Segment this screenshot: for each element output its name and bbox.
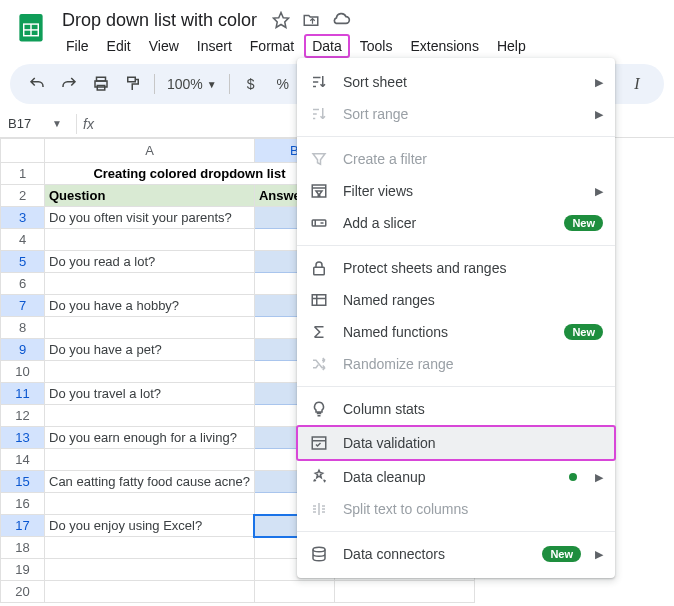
row-header-10[interactable]: 10: [1, 361, 45, 383]
cell-a-3[interactable]: Do you often visit your parents?: [45, 207, 255, 229]
italic-button[interactable]: I: [622, 70, 652, 98]
name-box[interactable]: B17 ▼: [0, 116, 70, 131]
row-header-8[interactable]: 8: [1, 317, 45, 339]
submenu-arrow-icon: ▶: [595, 548, 603, 561]
cell-a-6[interactable]: [45, 273, 255, 295]
sheets-logo[interactable]: [12, 8, 50, 46]
menu-separator: [297, 245, 615, 246]
menu-item-label: Create a filter: [343, 151, 603, 167]
row-header-11[interactable]: 11: [1, 383, 45, 405]
cell-a-10[interactable]: [45, 361, 255, 383]
menu-item-filter-views[interactable]: Filter views▶: [297, 175, 615, 207]
menu-item-data-connectors[interactable]: Data connectorsNew▶: [297, 538, 615, 570]
col-header-A[interactable]: A: [45, 139, 255, 163]
cloud-icon[interactable]: [331, 10, 351, 30]
menu-item-randomize-range: Randomize range: [297, 348, 615, 380]
move-icon[interactable]: [301, 10, 321, 30]
menu-item-create-a-filter: Create a filter: [297, 143, 615, 175]
doc-title[interactable]: Drop down list with color: [58, 8, 261, 33]
menu-item-label: Randomize range: [343, 356, 603, 372]
name-box-value: B17: [8, 116, 31, 131]
menu-data[interactable]: Data: [304, 34, 350, 58]
sort-range-icon: [309, 104, 329, 124]
menu-edit[interactable]: Edit: [99, 34, 139, 58]
menu-item-label: Data connectors: [343, 546, 528, 562]
menu-item-sort-sheet[interactable]: Sort sheet▶: [297, 66, 615, 98]
menu-item-add-a-slicer[interactable]: Add a slicerNew: [297, 207, 615, 239]
menu-item-label: Sort sheet: [343, 74, 581, 90]
cell-a-8[interactable]: [45, 317, 255, 339]
slicer-icon: [309, 213, 329, 233]
row-header-15[interactable]: 15: [1, 471, 45, 493]
percent-button[interactable]: %: [268, 70, 298, 98]
row-header-6[interactable]: 6: [1, 273, 45, 295]
row-header-5[interactable]: 5: [1, 251, 45, 273]
cell-a-12[interactable]: [45, 405, 255, 427]
menu-item-label: Split text to columns: [343, 501, 603, 517]
cell-a-11[interactable]: Do you travel a lot?: [45, 383, 255, 405]
menu-view[interactable]: View: [141, 34, 187, 58]
menu-item-column-stats[interactable]: Column stats: [297, 393, 615, 425]
svg-rect-13: [312, 437, 326, 449]
row-header-18[interactable]: 18: [1, 537, 45, 559]
row-header-13[interactable]: 13: [1, 427, 45, 449]
named-ranges-icon: [309, 290, 329, 310]
cell-a-19[interactable]: [45, 559, 255, 581]
lock-icon: [309, 258, 329, 278]
paint-format-button[interactable]: [118, 70, 148, 98]
svg-rect-12: [312, 295, 326, 306]
cell-a-15[interactable]: Can eatting fatty food cause acne?: [45, 471, 255, 493]
cell-a-13[interactable]: Do you earn enough for a living?: [45, 427, 255, 449]
menu-file[interactable]: File: [58, 34, 97, 58]
cell-a-4[interactable]: [45, 229, 255, 251]
menu-item-protect-sheets-and-ranges[interactable]: Protect sheets and ranges: [297, 252, 615, 284]
submenu-arrow-icon: ▶: [595, 108, 603, 121]
menu-item-named-functions[interactable]: Named functionsNew: [297, 316, 615, 348]
row-header-7[interactable]: 7: [1, 295, 45, 317]
cell-a-18[interactable]: [45, 537, 255, 559]
menu-item-named-ranges[interactable]: Named ranges: [297, 284, 615, 316]
menu-item-label: Column stats: [343, 401, 603, 417]
print-button[interactable]: [86, 70, 116, 98]
row-header-19[interactable]: 19: [1, 559, 45, 581]
menu-item-data-cleanup[interactable]: Data cleanup▶: [297, 461, 615, 493]
row-header-9[interactable]: 9: [1, 339, 45, 361]
filter-icon: [309, 149, 329, 169]
menubar: FileEditViewInsertFormatDataToolsExtensi…: [58, 34, 662, 58]
menu-format[interactable]: Format: [242, 34, 302, 58]
validation-icon: [309, 433, 329, 453]
row-header-16[interactable]: 16: [1, 493, 45, 515]
cell-a-7[interactable]: Do you have a hobby?: [45, 295, 255, 317]
cell-a-16[interactable]: [45, 493, 255, 515]
star-icon[interactable]: [271, 10, 291, 30]
row-header-20[interactable]: 20: [1, 581, 45, 603]
cell-header-a[interactable]: Question: [45, 185, 255, 207]
cell-a-9[interactable]: Do you have a pet?: [45, 339, 255, 361]
row-header-2[interactable]: 2: [1, 185, 45, 207]
cell-b-20[interactable]: [254, 581, 334, 603]
row-header-14[interactable]: 14: [1, 449, 45, 471]
cell-a-17[interactable]: Do you enjoy using Excel?: [45, 515, 255, 537]
cell-title[interactable]: Creating colored dropdown list: [45, 163, 335, 185]
menu-item-label: Named ranges: [343, 292, 603, 308]
menu-help[interactable]: Help: [489, 34, 534, 58]
row-header-1[interactable]: 1: [1, 163, 45, 185]
row-header-3[interactable]: 3: [1, 207, 45, 229]
zoom-dropdown[interactable]: 100%▼: [161, 76, 223, 92]
status-dot: [569, 473, 577, 481]
menu-item-sort-range: Sort range▶: [297, 98, 615, 130]
row-header-4[interactable]: 4: [1, 229, 45, 251]
redo-button[interactable]: [54, 70, 84, 98]
row-header-12[interactable]: 12: [1, 405, 45, 427]
menu-extensions[interactable]: Extensions: [402, 34, 486, 58]
cell-a-20[interactable]: [45, 581, 255, 603]
cell-a-14[interactable]: [45, 449, 255, 471]
new-badge: New: [564, 215, 603, 231]
menu-tools[interactable]: Tools: [352, 34, 401, 58]
cell-a-5[interactable]: Do you read a lot?: [45, 251, 255, 273]
menu-item-data-validation[interactable]: Data validation: [296, 425, 616, 461]
menu-insert[interactable]: Insert: [189, 34, 240, 58]
currency-button[interactable]: $: [236, 70, 266, 98]
row-header-17[interactable]: 17: [1, 515, 45, 537]
undo-button[interactable]: [22, 70, 52, 98]
